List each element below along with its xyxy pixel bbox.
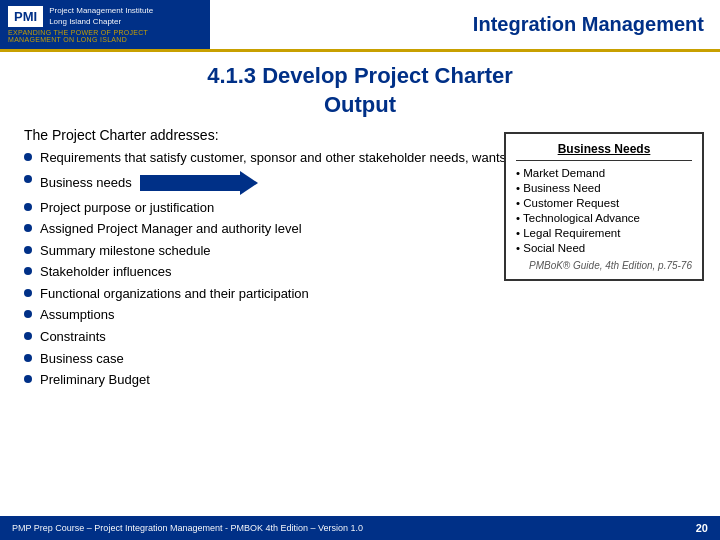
bullet-dot [24, 375, 32, 383]
bullet-dot [24, 153, 32, 161]
bullet-dot [24, 203, 32, 211]
bullet-dot [24, 354, 32, 362]
bullet-dot [24, 310, 32, 318]
header-title-section: Integration Management [210, 0, 720, 49]
list-item: • Legal Requirement [516, 227, 692, 239]
bullet-dot [24, 175, 32, 183]
list-item: Assumptions [24, 306, 696, 324]
footer-text: PMP Prep Course – Project Integration Ma… [12, 523, 363, 533]
business-needs-arrow [140, 171, 258, 195]
list-item: Business case [24, 350, 696, 368]
bullet-dot [24, 224, 32, 232]
list-item: • Customer Request [516, 197, 692, 209]
pmi-badge: PMI [8, 6, 43, 27]
logo-section: PMI Project Management Institute Long Is… [0, 0, 210, 49]
main-content: 4.1.3 Develop Project Charter Output The… [0, 52, 720, 399]
logo-subtitle: Expanding the Power of Project Managemen… [8, 29, 202, 43]
list-item: • Business Need [516, 182, 692, 194]
institute-text: Project Management Institute Long Island… [49, 6, 153, 27]
list-item: • Market Demand [516, 167, 692, 179]
bn-header: Business Needs [516, 142, 692, 161]
bullet-dot [24, 246, 32, 254]
bn-source: PMBoK® Guide, 4th Edition, p.75-76 [516, 260, 692, 271]
business-needs-box: Business Needs • Market Demand • Busines… [504, 132, 704, 281]
header: PMI Project Management Institute Long Is… [0, 0, 720, 52]
list-item: Preliminary Budget [24, 371, 696, 389]
list-item: Constraints [24, 328, 696, 346]
footer-page: 20 [696, 522, 708, 534]
bn-items-list: • Market Demand • Business Need • Custom… [516, 167, 692, 254]
list-item: Functional organizations and their parti… [24, 285, 696, 303]
slide-title: 4.1.3 Develop Project Charter Output [24, 62, 696, 119]
header-title: Integration Management [473, 13, 704, 36]
bullet-dot [24, 267, 32, 275]
list-item: • Social Need [516, 242, 692, 254]
bullet-dot [24, 289, 32, 297]
list-item: • Technological Advance [516, 212, 692, 224]
footer: PMP Prep Course – Project Integration Ma… [0, 516, 720, 540]
bullet-dot [24, 332, 32, 340]
